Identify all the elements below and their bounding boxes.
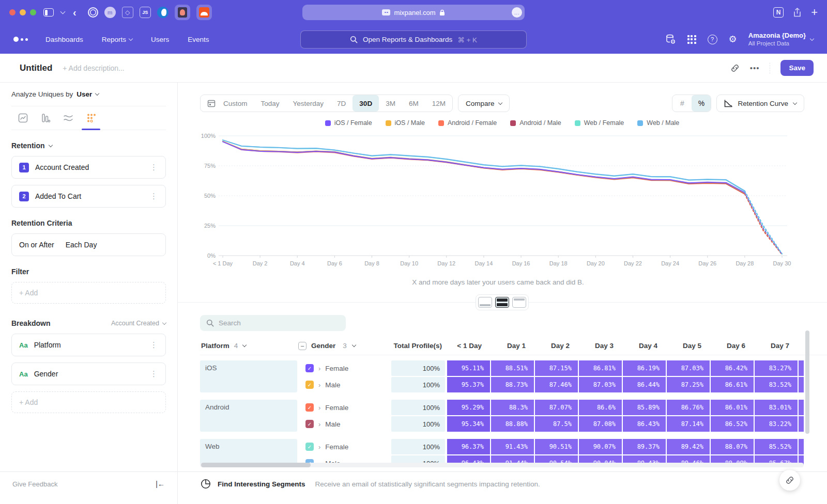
mixpanel-logo[interactable] [13,37,28,42]
global-search[interactable]: Open Reports & Dashboards ⌘ + K [300,30,527,49]
retention-value-cell[interactable]: 86.42% [711,360,754,376]
gender-cell[interactable]: ✓ › Female [298,360,391,376]
series-checkbox[interactable]: ✓ [305,420,314,428]
data-management-icon[interactable] [665,34,676,45]
legend-item[interactable]: Web / Male [637,119,679,127]
notebook-extension-icon[interactable] [175,5,190,20]
absolute-toggle[interactable]: # [672,95,692,112]
retention-value-cell[interactable]: 87.15% [535,360,578,376]
step-options-icon[interactable]: ⋮ [150,163,158,172]
site-more-button[interactable]: ... [512,7,522,18]
close-window-button[interactable] [9,9,16,15]
gender-cell[interactable]: ✓ › Male [298,416,391,432]
tab-retention[interactable] [80,106,102,130]
soundcloud-extension-icon[interactable] [196,5,212,20]
save-button[interactable]: Save [780,60,814,76]
js-extension-icon[interactable]: JS [140,7,151,18]
expand-row-icon[interactable]: › [318,443,320,451]
step-options-icon[interactable]: ⋮ [150,192,158,201]
retention-value-cell[interactable]: 87.14% [667,416,710,432]
collapse-sidebar-icon[interactable]: |← [156,480,165,488]
gender-cell[interactable]: ✓ › Female [298,400,391,415]
share-link-button[interactable] [779,470,800,491]
retention-value-cell[interactable]: 85.52% [755,439,798,454]
back-icon[interactable]: ‹ [73,6,76,19]
retention-value-cell[interactable]: 83.27% [755,360,798,376]
retention-value-cell[interactable]: 87.03% [667,360,710,376]
m-extension-icon[interactable]: m [104,7,116,18]
series-checkbox[interactable]: ✓ [305,381,314,389]
day-column-header[interactable]: Day 7 [755,342,799,350]
swan-extension-icon[interactable] [157,7,169,18]
retention-value-cell[interactable]: 87.5% [535,416,578,432]
nav-item-reports[interactable]: Reports [102,36,132,43]
retention-value-cell[interactable]: 87.08% [579,416,622,432]
retention-value-cell[interactable]: 89.42% [667,439,710,454]
retention-chart[interactable]: 0%25%50%75%100%< 1 DayDay 2Day 4Day 6Day… [200,129,827,274]
horizontal-scrollbar-thumb[interactable] [201,463,311,467]
breakdown-item-platform[interactable]: Aa Platform ⋮ [11,334,166,356]
criteria-mode[interactable]: On or After [19,241,54,249]
day-column-header[interactable]: Day 1 [491,342,535,350]
retention-value-cell[interactable]: 86.76% [667,400,710,415]
retention-value-cell[interactable]: 83.22% [755,416,798,432]
retention-value-cell[interactable]: 87.46% [535,377,578,392]
more-actions-icon[interactable]: ••• [750,64,760,72]
platform-column-header[interactable]: Platform 4 [200,342,298,350]
legend-item[interactable]: Android / Female [438,119,497,127]
table-view-button[interactable] [512,297,526,308]
breakdown-options-icon[interactable]: ⋮ [150,369,158,379]
nav-item-dashboards[interactable]: Dashboards [45,36,83,43]
chevron-down-icon[interactable] [61,6,65,19]
retention-value-cell[interactable]: 95.11% [447,360,490,376]
analyze-value-dropdown[interactable]: User [76,90,92,98]
retention-step-2[interactable]: 2 Added To Cart ⋮ [11,185,166,208]
interesting-segments-title[interactable]: Find Interesting Segments [218,480,305,488]
breakdown-item-gender[interactable]: Aa Gender ⋮ [11,363,166,385]
minimize-window-button[interactable] [20,9,26,15]
retention-value-cell[interactable]: 86.6% [579,400,622,415]
copy-link-icon[interactable] [730,64,740,73]
retention-value-cell[interactable]: 86.61% [711,377,754,392]
tab-insights[interactable] [11,106,34,130]
day-column-header[interactable]: Day 6 [711,342,755,350]
vertical-scrollbar[interactable] [805,330,809,434]
report-title[interactable]: Untitled [20,63,52,73]
nav-item-users[interactable]: Users [151,36,169,43]
retention-criteria-card[interactable]: On or After Each Day [11,233,166,256]
day-column-header[interactable]: Day 5 [667,342,711,350]
breakdown-event-dropdown[interactable]: Account Created [111,320,166,327]
range-button-7d[interactable]: 7D [330,95,353,112]
retention-value-cell[interactable]: 86.43% [623,416,666,432]
sidebar-toggle-icon[interactable] [43,6,54,19]
platform-cell[interactable]: Web [200,439,297,465]
chart-only-view-button[interactable] [478,297,492,308]
horizontal-scrollbar[interactable] [200,463,804,467]
range-button-6m[interactable]: 6M [402,95,425,112]
total-profiles-column-header[interactable]: Total Profile(s) [392,342,447,350]
expand-row-icon[interactable]: › [318,420,320,428]
expand-row-icon[interactable]: › [318,381,320,389]
retention-value-cell[interactable]: 87.03% [579,377,622,392]
retention-value-cell[interactable]: 90.51% [535,439,578,454]
project-selector[interactable]: Amazonia {Demo} All Project Data [748,32,814,48]
day-column-header[interactable]: Day 4 [623,342,667,350]
retention-value-cell[interactable]: 86.81% [579,360,622,376]
range-button-today[interactable]: Today [254,95,286,112]
percent-toggle[interactable]: % [692,95,711,112]
retention-value-cell[interactable]: 85.89% [623,400,666,415]
retention-value-cell[interactable]: 89.37% [623,439,666,454]
give-feedback-link[interactable]: Give Feedback [12,480,57,488]
retention-value-cell[interactable]: 83.01% [755,400,798,415]
retention-value-cell[interactable]: 86.44% [623,377,666,392]
split-view-button[interactable] [495,297,509,308]
legend-item[interactable]: Android / Male [510,119,561,127]
legend-item[interactable]: iOS / Female [325,119,372,127]
range-button-30d[interactable]: 30D [353,95,379,112]
retention-value-cell[interactable]: 87.25% [667,377,710,392]
expand-row-icon[interactable]: › [318,365,320,372]
retention-value-cell[interactable]: 90.07% [579,439,622,454]
tab-flows[interactable] [57,106,80,130]
new-tab-icon[interactable]: + [811,6,818,19]
retention-value-cell[interactable]: 83.52% [755,377,798,392]
